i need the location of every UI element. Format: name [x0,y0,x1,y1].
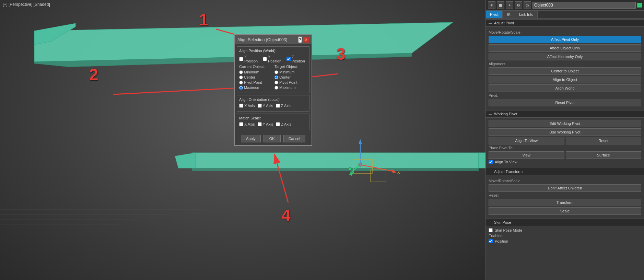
align-to-view-checkbox[interactable] [489,160,493,164]
collapse-icon-adjust-pivot[interactable]: — [489,21,492,25]
use-working-pivot-btn[interactable]: Use Working Pivot [489,128,641,136]
position-checkbox[interactable] [489,239,493,243]
toolbar-icon-sun[interactable]: ☀ [488,1,495,9]
orient-x-label: X Axis [239,104,255,108]
position-checkboxes: X Position Y Position Z Position [239,55,307,63]
object-name-input[interactable]: Object003 [532,2,636,9]
enabled-label: Enabled: [489,234,641,238]
reset-pivot-btn[interactable]: Reset Pivot [489,99,641,106]
svg-rect-19 [371,170,386,182]
dialog-close-button[interactable]: ✕ [303,37,309,43]
current-center-radio[interactable] [239,75,243,79]
svg-rect-6 [479,153,485,168]
y-position-label: Y Position [263,55,284,63]
working-pivot-header: — Working Pivot [486,110,644,118]
cancel-button[interactable]: Cancel [283,135,305,142]
current-center-label: Center [244,75,255,79]
z-position-checkbox[interactable] [286,57,291,61]
svg-marker-5 [175,153,196,168]
current-minimum-label: Minimum [244,70,259,74]
edit-working-pivot-btn[interactable]: Edit Working Pivot [489,120,641,127]
right-panel: ☀ ▦ ⌖ ⚙ ◎ Object003 Pivot IK Link Info —… [485,0,644,280]
dialog-help-button[interactable]: ? [298,36,302,43]
adjust-pivot-header: — Adjust Pivot [486,19,644,27]
x-position-label: X Position [239,55,260,63]
orient-y-checkbox[interactable] [258,104,262,108]
target-minimum-row: Minimum [274,70,307,74]
scale-panel-btn[interactable]: Scale [489,207,641,215]
orient-z-checkbox[interactable] [276,104,280,108]
tab-link-info[interactable]: Link Info [515,11,538,18]
surface-btn[interactable]: Surface [566,151,642,159]
tab-pivot[interactable]: Pivot [486,11,503,18]
target-center-radio[interactable] [274,75,278,79]
align-to-view-btn[interactable]: Align To View [489,137,564,144]
target-maximum-radio[interactable] [274,86,278,90]
align-to-object-btn[interactable]: Align to Object [489,76,641,83]
target-pivotpoint-radio[interactable] [274,81,278,84]
align-world-btn[interactable]: Align World [489,84,641,92]
dialog-title-bar: Align Selection (Object003) ? ✕ [235,35,312,44]
align-orientation-section: Align Orientation (Local): X Axis Y Axis… [237,95,309,112]
target-center-label: Center [279,75,291,79]
affect-hierarchy-only-btn[interactable]: Affect Hierarchy Only [489,53,641,60]
adjust-transform-content: Move/Rotate/Scale: Don't Affect Children… [486,175,644,218]
collapse-icon-adjust-transform[interactable]: — [489,170,492,174]
toolbar-icon-graph[interactable]: ⌖ [506,1,513,9]
toolbar-icon-gear[interactable]: ⚙ [515,1,522,9]
target-pivotpoint-label: Pivot Point [279,80,297,84]
center-to-object-btn[interactable]: Center to Object [489,67,641,75]
current-pivotpoint-radio[interactable] [239,81,243,84]
tab-ik[interactable]: IK [503,11,515,18]
dialog-title: Align Selection (Object003) [237,37,298,42]
current-minimum-row: Minimum [239,70,272,74]
apply-button[interactable]: Apply [241,135,261,142]
status-indicator [637,3,642,8]
scale-y-checkbox[interactable] [258,122,262,126]
align-to-view-check-row: Align To View [489,160,641,164]
collapse-icon-working-pivot[interactable]: — [489,112,492,116]
match-scale-section: Match Scale: X Axis Y Axis Z Axis [237,114,309,130]
target-center-row: Center [274,75,307,79]
position-row: Position [489,239,641,243]
target-object-title: Target Object: [274,65,307,69]
svg-marker-12 [359,139,362,144]
match-scale-title: Match Scale: [239,116,307,120]
affect-pivot-only-btn[interactable]: Affect Pivot Only [489,36,641,43]
align-orientation-title: Align Orientation (Local): [239,97,307,102]
toolbar-icon-mag[interactable]: ◎ [524,1,531,9]
orient-x-checkbox[interactable] [239,104,243,108]
scale-x-checkbox[interactable] [239,122,243,126]
scale-checkboxes: X Axis Y Axis Z Axis [239,122,307,126]
collapse-icon-skin-pose[interactable]: — [489,221,492,224]
target-object-col: Target Object: Minimum Center Pivot Poin… [274,65,307,91]
ok-button[interactable]: OK [264,135,281,142]
current-maximum-label: Maximum [244,85,260,90]
skin-pose-mode-checkbox[interactable] [489,228,493,232]
orientation-checkboxes: X Axis Y Axis Z Axis [239,104,307,108]
toolbar-icon-layers[interactable]: ▦ [497,1,504,9]
affect-object-only-btn[interactable]: Affect Object Only [489,44,641,52]
svg-point-22 [349,167,351,170]
alignment-label: Alignment: [489,62,641,66]
target-minimum-radio[interactable] [274,70,278,74]
current-maximum-row: Maximum [239,85,272,90]
align-to-view-check-label: Align To View [495,160,517,164]
transform-btn[interactable]: Transform [489,199,641,206]
current-maximum-radio[interactable] [239,86,243,90]
scale-y-label: Y Axis [258,122,273,126]
current-minimum-radio[interactable] [239,70,243,74]
current-pivotpoint-label: Pivot Point [244,80,262,84]
reset-working-btn[interactable]: Reset [566,137,642,144]
reset-label: Reset: [489,193,641,197]
view-btn[interactable]: View [489,151,564,159]
scale-z-checkbox[interactable] [276,122,280,126]
move-rotate-scale-label2: Move/Rotate/Scale: [489,179,641,183]
annotation-4: 4 [281,206,291,225]
x-position-checkbox[interactable] [239,57,243,61]
dont-affect-children-btn[interactable]: Don't Affect Children [489,184,641,192]
panel-nav: Pivot IK Link Info [486,11,644,19]
skin-pose-header: — Skin Pose [486,219,644,226]
y-position-checkbox[interactable] [263,57,267,61]
align-dialog: Align Selection (Object003) ? ✕ Align Po… [234,34,312,146]
